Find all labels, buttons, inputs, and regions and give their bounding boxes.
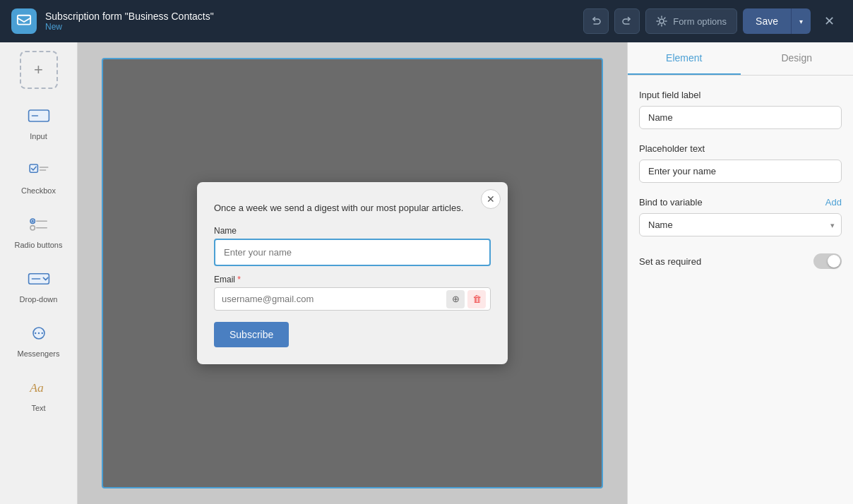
- sidebar-item-checkbox-label: Checkbox: [21, 186, 56, 195]
- name-field-label: Name: [214, 226, 491, 236]
- bind-variable-group: Bind to variable Add Name Email Phone Cu…: [639, 197, 842, 236]
- sidebar-item-radio-label: Radio buttons: [15, 241, 63, 249]
- email-field-input-wrap[interactable]: ⊕ 🗑: [214, 287, 491, 311]
- set-required-toggle[interactable]: [813, 253, 842, 269]
- sidebar-item-text-label: Text: [31, 404, 45, 412]
- app-title: Subscription form "Business Contacts" Ne…: [45, 11, 575, 32]
- checkbox-icon: [23, 157, 55, 183]
- canvas-bg: ✕ Once a week we send a digest with our …: [102, 58, 603, 488]
- sidebar-item-dropdown[interactable]: Drop-down: [7, 260, 71, 309]
- tab-design[interactable]: Design: [741, 42, 854, 75]
- save-button[interactable]: Save: [743, 8, 791, 34]
- save-dropdown-button[interactable]: ▾: [791, 8, 811, 34]
- sidebar-item-checkbox[interactable]: Checkbox: [7, 152, 71, 200]
- redo-button[interactable]: [614, 8, 640, 34]
- add-variable-link[interactable]: Add: [825, 197, 842, 208]
- svg-point-15: [35, 332, 36, 334]
- delete-field-button[interactable]: 🗑: [467, 290, 486, 308]
- form-status: New: [45, 22, 575, 32]
- sidebar-item-radio[interactable]: Radio buttons: [7, 206, 71, 255]
- svg-text:Aa: Aa: [29, 380, 44, 395]
- dropdown-icon: [23, 266, 55, 292]
- email-required-marker: *: [237, 275, 241, 284]
- form-options-label: Form options: [673, 16, 727, 27]
- form-title: Subscription form "Business Contacts": [45, 11, 575, 22]
- canvas-area: ✕ Once a week we send a digest with our …: [78, 42, 627, 504]
- form-description: Once a week we send a digest with our mo…: [214, 202, 491, 215]
- input-label-group: Input field label: [639, 90, 842, 129]
- undo-button[interactable]: [583, 8, 609, 34]
- close-button[interactable]: ✕: [816, 8, 842, 34]
- bind-variable-select[interactable]: Name Email Phone Custom: [639, 213, 842, 236]
- name-field: Name: [214, 226, 491, 266]
- topbar: Subscription form "Business Contacts" Ne…: [0, 0, 853, 42]
- set-required-label: Set as required: [639, 256, 701, 267]
- svg-point-16: [37, 332, 39, 334]
- placeholder-text-group: Placeholder text: [639, 143, 842, 183]
- save-button-group: Save ▾: [743, 8, 811, 34]
- svg-point-1: [660, 19, 664, 23]
- email-field-label: Email *: [214, 275, 491, 284]
- name-field-input[interactable]: [217, 241, 488, 263]
- svg-point-8: [31, 220, 33, 222]
- sidebar-item-input[interactable]: Input: [7, 97, 71, 146]
- sidebar-item-messengers[interactable]: Messengers: [7, 315, 71, 364]
- bind-variable-title: Bind to variable: [639, 197, 703, 208]
- svg-point-10: [30, 226, 35, 230]
- svg-rect-0: [18, 16, 30, 25]
- svg-point-17: [41, 332, 42, 334]
- form-modal: ✕ Once a week we send a digest with our …: [197, 182, 508, 364]
- right-panel: Element Design Input field label Placeho…: [627, 42, 853, 504]
- email-field: Email * ⊕ 🗑: [214, 275, 491, 311]
- sidebar-item-input-label: Input: [30, 132, 47, 140]
- form-options-button[interactable]: Form options: [645, 8, 737, 34]
- app-logo: [11, 8, 37, 34]
- name-field-input-wrap[interactable]: [214, 239, 491, 266]
- sidebar-item-text[interactable]: Aa Text: [7, 369, 71, 418]
- messengers-icon: [23, 320, 55, 346]
- add-element-button[interactable]: +: [20, 51, 58, 89]
- subscribe-button[interactable]: Subscribe: [214, 322, 289, 347]
- main-content: + Input Checkbox: [0, 42, 853, 504]
- move-field-button[interactable]: ⊕: [446, 290, 465, 308]
- form-modal-close-button[interactable]: ✕: [481, 189, 501, 209]
- placeholder-text-title: Placeholder text: [639, 143, 842, 154]
- sidebar-item-messengers-label: Messengers: [18, 349, 60, 358]
- panel-body: Input field label Placeholder text Bind …: [628, 76, 853, 504]
- input-label-field[interactable]: [639, 106, 842, 129]
- text-icon: Aa: [23, 375, 55, 400]
- email-field-actions: ⊕ 🗑: [446, 290, 490, 308]
- sidebar-item-dropdown-label: Drop-down: [20, 295, 58, 304]
- tab-element[interactable]: Element: [628, 42, 741, 75]
- input-icon: [23, 103, 55, 128]
- panel-tabs: Element Design: [628, 42, 853, 76]
- radio-icon: [23, 212, 55, 237]
- sidebar: + Input Checkbox: [0, 42, 78, 504]
- set-required-row: Set as required: [639, 251, 842, 269]
- bind-variable-select-wrap: Name Email Phone Custom ▾: [639, 213, 842, 236]
- placeholder-text-field[interactable]: [639, 160, 842, 183]
- input-label-title: Input field label: [639, 90, 842, 100]
- email-field-input[interactable]: [215, 288, 446, 310]
- bind-variable-label-row: Bind to variable Add: [639, 197, 842, 208]
- topbar-actions: Form options Save ▾ ✕: [583, 8, 842, 34]
